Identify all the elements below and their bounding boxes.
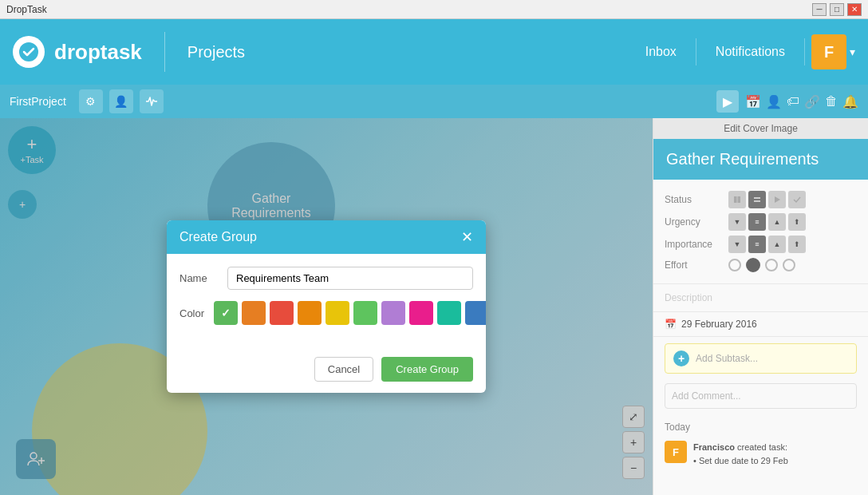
svg-rect-5	[738, 196, 741, 203]
effort-radio-2[interactable]	[746, 258, 760, 272]
person-icon[interactable]: 👤	[766, 94, 782, 109]
pulse-icon-button[interactable]	[140, 89, 164, 113]
add-subtask-placeholder: Add Subtask...	[696, 353, 758, 364]
importance-controls: ▼ ≡ ▲ ⬆	[728, 236, 806, 253]
status-ctrl-2[interactable]	[748, 191, 766, 208]
activity-detail: • Set due date to 29 Feb	[693, 456, 788, 465]
logo-area: droptask Projects	[13, 32, 245, 72]
importance-ctrl-4[interactable]: ⬆	[788, 236, 806, 253]
status-label: Status	[665, 194, 728, 205]
color-swatch-yellow[interactable]	[326, 301, 349, 325]
importance-row: Importance ▼ ≡ ▲ ⬆	[665, 236, 857, 253]
description-placeholder: Description	[665, 292, 712, 303]
color-swatch-orange[interactable]	[242, 301, 266, 325]
importance-label: Importance	[665, 239, 728, 250]
add-subtask-plus-icon: +	[673, 350, 689, 366]
add-comment-area[interactable]: Add Comment...	[665, 383, 857, 409]
urgency-ctrl-1[interactable]: ▼	[728, 213, 746, 231]
edit-cover-button[interactable]: Edit Cover Image	[653, 118, 868, 139]
color-swatch-purple[interactable]	[381, 301, 405, 325]
bell-icon[interactable]: 🔔	[842, 94, 858, 109]
color-swatch-lime[interactable]	[353, 301, 377, 325]
add-subtask-bar[interactable]: + Add Subtask...	[665, 343, 857, 374]
modal-header: Create Group ✕	[167, 220, 486, 254]
user-menu-chevron-icon[interactable]: ▾	[850, 46, 855, 58]
effort-radio-1[interactable]	[728, 259, 741, 271]
status-ctrl-1[interactable]	[728, 191, 746, 208]
user-avatar[interactable]: F	[811, 34, 846, 69]
modal-body: Name Color	[167, 254, 486, 349]
svg-point-0	[19, 42, 38, 61]
logo-text: droptask	[54, 40, 142, 65]
close-button[interactable]: ✕	[847, 3, 862, 16]
importance-ctrl-2[interactable]: ≡	[748, 236, 766, 253]
effort-radio-4[interactable]	[783, 259, 795, 271]
project-toolbar: FirstProject ⚙ 👤 ▶ 📅 👤 🏷 🔗 🗑 🔔	[0, 85, 868, 118]
calendar-icon-small: 📅	[665, 319, 677, 330]
urgency-label: Urgency	[665, 216, 728, 228]
name-field: Name	[180, 267, 473, 290]
activity-username: Francisco	[693, 442, 735, 452]
logo-divider	[164, 32, 165, 72]
create-group-modal: Create Group ✕ Name Color	[167, 220, 486, 393]
name-input[interactable]	[227, 267, 473, 290]
effort-radio-3[interactable]	[765, 259, 778, 271]
activity-today-label: Today	[653, 415, 868, 436]
inbox-nav-button[interactable]: Inbox	[626, 38, 696, 65]
minimize-button[interactable]: ─	[812, 3, 827, 16]
urgency-ctrl-3[interactable]: ▲	[768, 213, 786, 231]
tag-icon[interactable]: 🏷	[787, 94, 799, 109]
color-swatch-red[interactable]	[270, 301, 294, 325]
color-field: Color	[180, 301, 473, 325]
header-right: Inbox Notifications F ▾	[626, 34, 855, 69]
svg-rect-6	[754, 197, 760, 199]
urgency-ctrl-4[interactable]: ⬆	[788, 213, 806, 231]
link-icon[interactable]: 🔗	[804, 94, 820, 109]
status-ctrl-3[interactable]	[768, 191, 786, 208]
content-area: + +Task + GatherRequirements ⤢ + −	[0, 118, 868, 495]
svg-rect-4	[734, 196, 737, 203]
urgency-controls: ▼ ≡ ▲ ⬆	[728, 213, 806, 231]
window-controls: ─ □ ✕	[812, 3, 862, 16]
maximize-button[interactable]: □	[830, 3, 844, 16]
urgency-ctrl-2[interactable]: ≡	[748, 213, 766, 231]
due-date: 29 February 2016	[681, 319, 757, 330]
modal-title: Create Group	[180, 230, 257, 244]
project-name: FirstProject	[10, 95, 66, 108]
effort-label: Effort	[665, 259, 728, 271]
color-swatch-green[interactable]	[214, 301, 238, 325]
color-swatch-pink[interactable]	[409, 301, 433, 325]
importance-ctrl-1[interactable]: ▼	[728, 236, 746, 253]
activity-user-avatar: F	[665, 441, 687, 463]
effort-row: Effort	[665, 258, 857, 272]
cancel-button[interactable]: Cancel	[314, 357, 373, 382]
notifications-nav-button[interactable]: Notifications	[696, 38, 805, 65]
status-ctrl-4[interactable]	[788, 191, 806, 208]
activity-action: created task:	[737, 442, 787, 452]
color-swatch-amber[interactable]	[298, 301, 322, 325]
task-properties-section: Status Urgenc	[653, 180, 868, 284]
add-comment-placeholder: Add Comment...	[672, 390, 741, 402]
description-area[interactable]: Description	[653, 284, 868, 312]
title-bar: DropTask ─ □ ✕	[0, 0, 868, 19]
importance-ctrl-3[interactable]: ▲	[768, 236, 786, 253]
status-controls	[728, 191, 806, 208]
name-label: Name	[180, 272, 218, 284]
window-title: DropTask	[6, 4, 47, 15]
calendar-icon[interactable]: 📅	[745, 94, 761, 109]
status-row: Status	[665, 191, 857, 208]
color-swatch-blue[interactable]	[465, 301, 486, 325]
trash-icon[interactable]: 🗑	[825, 94, 838, 109]
create-group-button[interactable]: Create Group	[381, 357, 473, 382]
toolbar-right-icons: 📅 👤 🏷 🔗 🗑 🔔	[745, 94, 858, 109]
activity-item: F Francisco created task: • Set due date…	[653, 436, 868, 472]
panel-toggle-button[interactable]: ▶	[716, 90, 739, 113]
color-label: Color	[180, 307, 204, 319]
gear-icon-button[interactable]: ⚙	[79, 89, 103, 113]
canvas-area: + +Task + GatherRequirements ⤢ + −	[0, 118, 653, 495]
modal-close-button[interactable]: ✕	[461, 230, 473, 244]
task-title: Gather Requirements	[653, 139, 868, 180]
person-add-icon-button[interactable]: 👤	[109, 89, 133, 113]
color-swatch-teal[interactable]	[437, 301, 461, 325]
activity-description: Francisco created task: • Set due date t…	[693, 441, 788, 467]
